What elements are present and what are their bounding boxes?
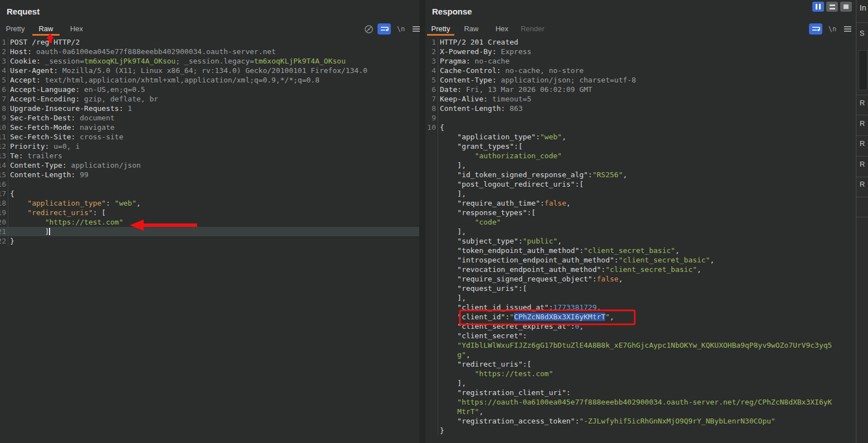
code-text: ], [438, 189, 855, 198]
code-text: "request_uris":[ [438, 284, 855, 293]
code-line: } [425, 426, 855, 435]
show-newlines-toggle[interactable]: \n [826, 23, 839, 35]
code-text: "YdIblLWlWxuFIJZz6gG17bDtuZlE4A8B8k_xE7G… [438, 340, 855, 350]
tab-raw[interactable]: Raw [31, 22, 61, 36]
line-number: 5 [0, 75, 8, 85]
response-editor[interactable]: 1HTTP/2 201 Created2X-Powered-By: Expres… [425, 36, 855, 443]
inspector-section-4[interactable]: R [860, 160, 865, 168]
code-line: ], [425, 160, 855, 170]
code-text: Accept-Language: en-US,en;q=0.5 [8, 85, 419, 94]
line-number [425, 265, 438, 274]
code-text: "client_id":"CPhZcN8dXBx3XI6yKMtrT", [438, 312, 855, 322]
code-line: 9 [425, 113, 855, 123]
code-text: "application_type":"web", [438, 132, 855, 142]
line-number: 6 [0, 85, 8, 94]
line-number: 3 [0, 56, 8, 66]
line-number: 22 [0, 236, 8, 246]
line-number [425, 198, 438, 208]
code-text: "redirect_uris": [ [8, 208, 419, 217]
code-line: 22} [0, 236, 419, 246]
code-text: Cache-Control: no-cache, no-store [438, 66, 855, 75]
line-number [425, 170, 438, 179]
rows-layout-button[interactable] [826, 2, 838, 12]
tab-raw[interactable]: Raw [456, 22, 487, 36]
code-text: "revocation_endpoint_auth_method":"clien… [438, 265, 855, 274]
code-text: Priority: u=0, i [8, 142, 419, 151]
inspector-section-1[interactable]: R [860, 99, 865, 107]
line-number [425, 132, 438, 142]
line-number [425, 142, 438, 151]
code-text: Accept-Encoding: gzip, deflate, br [8, 94, 419, 104]
code-text [438, 113, 855, 123]
inspector-section-5[interactable]: R [860, 180, 865, 188]
line-number: 5 [425, 75, 438, 85]
line-number [425, 189, 438, 198]
code-text: } [438, 426, 855, 435]
line-number: 2 [0, 47, 8, 56]
code-text: ], [438, 227, 855, 236]
code-text: "introspection_endpoint_auth_method":"cl… [438, 255, 855, 265]
code-text: { [438, 123, 855, 132]
line-number: 1 [0, 37, 8, 47]
code-line: "redirect_uris":[ [425, 359, 855, 369]
code-line: 9Sec-Fetch-Dest: document [0, 113, 419, 123]
code-text: Content-Length: 863 [438, 104, 855, 113]
code-line: "revocation_endpoint_auth_method":"clien… [425, 265, 855, 274]
line-number: 2 [425, 47, 438, 56]
tab-pretty[interactable]: Pretty [0, 22, 31, 36]
code-line: 7Keep-Alive: timeout=5 [425, 94, 855, 104]
line-number: 1 [425, 37, 438, 47]
code-text: "require_signed_request_object":false, [438, 274, 855, 284]
code-line: 1HTTP/2 201 Created [425, 37, 855, 47]
inspector-collapsed-strip[interactable]: In S R R R R R [856, 0, 868, 443]
tab-hex[interactable]: Hex [61, 22, 92, 36]
line-number [425, 227, 438, 236]
line-number [425, 303, 438, 312]
editor-menu-icon[interactable] [409, 23, 423, 35]
line-number [425, 312, 438, 322]
code-line: 8Content-Length: 863 [425, 104, 855, 113]
code-text: "client_secret": [438, 331, 855, 340]
code-line: 12Priority: u=0, i [0, 142, 419, 151]
line-number [425, 284, 438, 293]
word-wrap-toggle-icon[interactable] [377, 23, 391, 35]
code-text: "application_type": "web", [8, 198, 419, 208]
code-text [8, 179, 419, 189]
code-line: 10{ [425, 123, 855, 132]
code-line: 8Upgrade-Insecure-Requests: 1 [0, 104, 419, 113]
line-number: 10 [0, 123, 8, 132]
code-line: "https://test.com" [425, 369, 855, 378]
code-line: 2Host: oauth-0a6100ea045e77f888eeebb4029… [0, 47, 419, 56]
tab-render[interactable]: Render [517, 22, 548, 36]
word-wrap-toggle-icon[interactable] [809, 23, 822, 35]
code-text: Cookie: _session=tm6xoqKLjPk9T4A_OKsou; … [8, 56, 419, 66]
show-newlines-toggle[interactable]: \n [394, 23, 408, 35]
code-line: 2X-Powered-By: Express [425, 47, 855, 56]
code-text: Content-Type: application/json [8, 160, 419, 170]
response-panel-title: Response [432, 7, 472, 16]
code-line: "subject_type":"public", [425, 236, 855, 246]
code-line: MtrT", [425, 407, 855, 416]
inspector-section-3[interactable]: R [860, 139, 865, 148]
request-editor[interactable]: 1POST /reg HTTP/22Host: oauth-0a6100ea04… [0, 36, 419, 443]
inspector-section-selection[interactable]: S [860, 29, 865, 37]
single-layout-button[interactable] [840, 2, 852, 12]
line-number [425, 407, 438, 416]
code-text: ], [438, 378, 855, 388]
code-text: Upgrade-Insecure-Requests: 1 [8, 104, 419, 113]
code-text: "subject_type":"public", [438, 236, 855, 246]
inspector-selection-box [859, 50, 867, 90]
inspector-section-2[interactable]: R [860, 119, 865, 128]
line-number [425, 331, 438, 340]
line-number [425, 208, 438, 217]
line-number: 11 [0, 132, 8, 142]
line-number [425, 246, 438, 255]
line-number: 15 [0, 170, 8, 179]
code-line: 3Pragma: no-cache [425, 56, 855, 66]
tab-pretty[interactable]: Pretty [425, 22, 456, 36]
code-line: "client_id_issued_at":1773381729, [425, 303, 855, 312]
editor-menu-icon[interactable] [841, 23, 854, 35]
tab-hex[interactable]: Hex [487, 22, 517, 36]
hide-matches-icon[interactable] [362, 23, 375, 35]
columns-layout-button[interactable] [812, 2, 824, 12]
